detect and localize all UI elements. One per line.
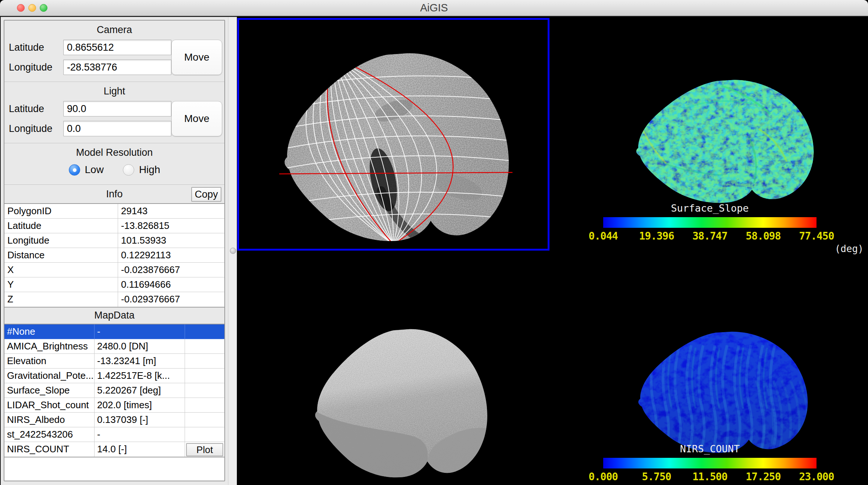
info-row-value: -0.029376667 <box>118 292 224 307</box>
mapdata-row-name[interactable]: NIRS_COUNT <box>4 442 95 457</box>
radio-selected-icon[interactable] <box>69 164 80 176</box>
model-resolution-options: Low High <box>4 162 224 184</box>
mapdata-row-extra[interactable] <box>185 413 224 427</box>
asteroid-textured-view <box>239 20 548 249</box>
info-row-name: X <box>4 263 118 277</box>
mapdata-section-title: MapData <box>4 308 224 324</box>
mapdata-row-value[interactable]: 2480.0 [DN] <box>95 339 185 354</box>
camera-section-title: Camera <box>4 21 224 39</box>
tick-label: 17.250 <box>746 471 780 483</box>
mapdata-row-value[interactable]: 5.220267 [deg] <box>95 383 185 398</box>
mapdata-row-name[interactable]: AMICA_Brightness <box>4 339 95 354</box>
tick-label: 5.750 <box>642 471 671 483</box>
camera-section: Latitude Move Longitude <box>4 39 224 82</box>
tick-label: 0.044 <box>588 230 618 242</box>
camera-longitude-input[interactable] <box>63 60 171 75</box>
viewport-surface-slope[interactable] <box>600 58 844 208</box>
info-row-value: 29143 <box>118 204 224 219</box>
copy-button[interactable]: Copy <box>191 187 221 202</box>
plot-button[interactable]: Plot <box>186 443 223 456</box>
info-section-title: Info <box>106 188 122 200</box>
radio-option-low[interactable]: Low <box>69 164 104 176</box>
radio-low-label: Low <box>85 164 104 176</box>
radio-option-high[interactable]: High <box>123 164 160 176</box>
mapdata-row-value[interactable]: 202.0 [times] <box>95 398 185 413</box>
tick-label: 77.450 <box>799 230 834 242</box>
viewport-shaded[interactable] <box>280 303 517 484</box>
mapdata-row-name[interactable]: LIDAR_Shot_count <box>4 398 95 413</box>
tick-label: 0.000 <box>588 471 618 483</box>
tick-label: 58.098 <box>746 230 780 242</box>
light-longitude-label: Longitude <box>9 123 63 134</box>
info-row-value: -0.023876667 <box>118 263 224 277</box>
mapdata-row-extra: Plot <box>185 442 224 457</box>
tick-label: 23.000 <box>799 471 834 483</box>
mapdata-table-area: #None - AMICA_Brightness 2480.0 [DN] Ele… <box>4 324 224 481</box>
radio-high-label: High <box>139 164 160 176</box>
viewport-nirs-count[interactable] <box>604 310 837 458</box>
mapdata-row-extra[interactable] <box>185 354 224 369</box>
info-row-name: Y <box>4 277 118 292</box>
info-row-name: Z <box>4 292 118 307</box>
info-row-value: -13.826815 <box>118 219 224 233</box>
colorbar-gradient <box>603 217 817 228</box>
mapdata-row-name[interactable]: #None <box>4 324 95 339</box>
info-row-name: Longitude <box>4 233 118 248</box>
colorbar-ticks: 0.000 5.750 11.500 17.250 23.000 <box>603 471 817 483</box>
control-panel-box: Camera Latitude Move Longitude Light Lat… <box>4 20 225 481</box>
light-latitude-label: Latitude <box>9 103 63 115</box>
control-panel: Camera Latitude Move Longitude Light Lat… <box>0 17 228 485</box>
splitter-handle-icon[interactable] <box>230 248 236 254</box>
mapdata-row-extra[interactable] <box>185 339 224 354</box>
mapdata-row-extra[interactable] <box>185 427 224 442</box>
mapdata-row-name[interactable]: st_2422543206 <box>4 427 95 442</box>
title-bar[interactable]: AiGIS <box>0 0 868 16</box>
mapdata-row-value[interactable]: -13.23241 [m] <box>95 354 185 369</box>
camera-move-button[interactable]: Move <box>171 40 222 75</box>
mapdata-row-value[interactable]: - <box>95 324 185 339</box>
colorbar-title: NIRS_COUNT <box>603 442 817 458</box>
colorbar-title: Surface_Slope <box>603 202 817 217</box>
app-window: AiGIS Camera Latitude Move Longitude Lig… <box>0 0 868 485</box>
mapdata-row-name[interactable]: NIRS_Albedo <box>4 413 95 427</box>
info-row-value: 0.12292113 <box>118 248 224 263</box>
model-resolution-title: Model Resolution <box>4 143 224 162</box>
mapdata-row-name[interactable]: Gravitational_Pote... <box>4 369 95 383</box>
light-longitude-input[interactable] <box>63 121 171 136</box>
info-table: PolygonID 29143 Latitude -13.826815 Long… <box>4 203 224 308</box>
light-section-title: Light <box>4 82 224 100</box>
camera-latitude-input[interactable] <box>63 40 171 55</box>
mapdata-row-name[interactable]: Surface_Slope <box>4 383 95 398</box>
panel-splitter[interactable] <box>228 17 237 485</box>
info-row-value: 101.53933 <box>118 233 224 248</box>
nirs-count-colorbar: NIRS_COUNT 0.000 5.750 11.500 17.250 23.… <box>603 442 817 483</box>
viewport-textured-selected[interactable] <box>237 18 549 251</box>
mapdata-row-value[interactable]: 1.422517E-8 [k... <box>95 369 185 383</box>
mapdata-table: #None - AMICA_Brightness 2480.0 [DN] Ele… <box>4 324 224 457</box>
mapdata-row-value[interactable]: - <box>95 427 185 442</box>
radio-unselected-icon[interactable] <box>123 164 134 176</box>
window-title: AiGIS <box>0 0 868 15</box>
mapdata-row-extra[interactable] <box>185 398 224 413</box>
light-latitude-input[interactable] <box>63 101 171 116</box>
camera-latitude-label: Latitude <box>9 42 63 53</box>
light-section: Latitude Move Longitude <box>4 100 224 143</box>
info-row-name: Latitude <box>4 219 118 233</box>
mapdata-row-extra[interactable] <box>185 369 224 383</box>
info-section-header: Info Copy <box>4 185 224 203</box>
tick-label: 11.500 <box>692 471 727 483</box>
mapdata-row-extra[interactable] <box>185 324 224 339</box>
camera-longitude-label: Longitude <box>9 62 63 73</box>
colorbar-gradient <box>603 458 817 468</box>
mapdata-row-value[interactable]: 0.137039 [-] <box>95 413 185 427</box>
info-row-value: 0.11694666 <box>118 277 224 292</box>
mapdata-row-value[interactable]: 14.0 [-] <box>95 442 185 457</box>
colorbar-ticks: 0.044 19.396 38.747 58.098 77.450 <box>603 230 817 242</box>
mapdata-row-extra[interactable] <box>185 383 224 398</box>
light-move-button[interactable]: Move <box>171 101 222 136</box>
surface-slope-colorbar: Surface_Slope 0.044 19.396 38.747 58.098… <box>603 202 817 242</box>
tick-label: 38.747 <box>692 230 727 242</box>
viewport-grid: Surface_Slope 0.044 19.396 38.747 58.098… <box>237 17 868 485</box>
mapdata-row-name[interactable]: Elevation <box>4 354 95 369</box>
info-row-name: Distance <box>4 248 118 263</box>
